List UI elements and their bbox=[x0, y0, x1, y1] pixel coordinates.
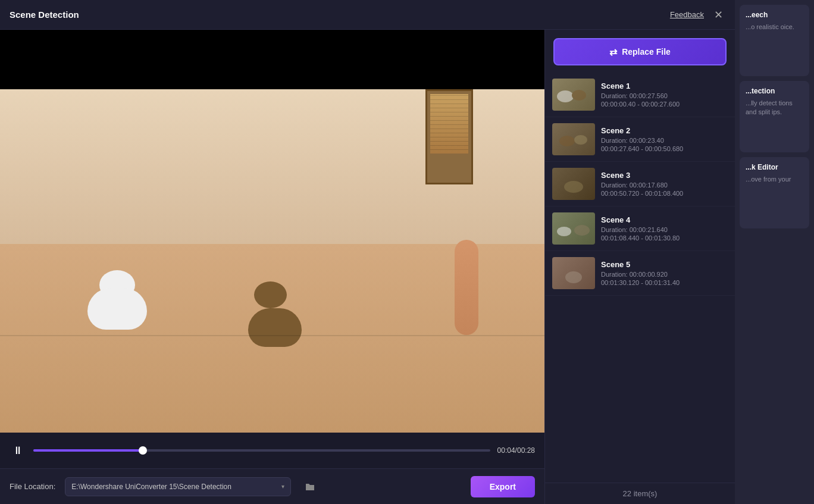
scene-duration-5: Duration: 00:00:00.920 bbox=[601, 271, 728, 278]
scene-timerange-2: 00:00:27.640 - 00:00:50.680 bbox=[601, 145, 728, 152]
dialog-title: Scene Detection bbox=[10, 10, 79, 20]
video-progress-thumb[interactable] bbox=[139, 446, 147, 455]
scene-timerange-5: 00:01:30.120 - 00:01:31.40 bbox=[601, 279, 728, 286]
video-door bbox=[425, 89, 473, 184]
scene-thumb-1 bbox=[552, 79, 595, 111]
export-button[interactable]: Export bbox=[471, 476, 535, 497]
video-area: ⏸ 00:04/00:28 File Location: E:\Wondersh… bbox=[0, 30, 544, 504]
right-card-editor-desc: ...ove from your bbox=[746, 175, 803, 184]
scene-name-1: Scene 1 bbox=[601, 82, 728, 90]
svg-point-11 bbox=[559, 136, 575, 146]
right-card-detection-title: ...tection bbox=[746, 87, 803, 95]
cat-brown-head bbox=[254, 281, 287, 308]
human-arm bbox=[443, 240, 490, 347]
scene-thumb-5 bbox=[552, 257, 595, 289]
scene-panel: ⇄ Replace File Scene 1 Duratio bbox=[544, 30, 735, 504]
scene-name-5: Scene 5 bbox=[601, 260, 728, 269]
dialog-footer: File Location: E:\Wondershare UniConvert… bbox=[0, 468, 544, 504]
scene-item-1[interactable]: Scene 1 Duration: 00:00:27.560 00:00:00.… bbox=[545, 73, 735, 117]
svg-point-16 bbox=[557, 227, 571, 236]
cat-brown bbox=[245, 281, 317, 347]
cat-white bbox=[82, 270, 165, 330]
file-path-select[interactable]: E:\Wondershare UniConverter 15\Scene Det… bbox=[65, 477, 291, 496]
video-black-top bbox=[0, 30, 544, 89]
video-shadow bbox=[0, 335, 544, 336]
scene-name-4: Scene 4 bbox=[601, 215, 728, 224]
cat-brown-body bbox=[248, 308, 302, 347]
scene-info-5: Scene 5 Duration: 00:00:00.920 00:01:30.… bbox=[601, 260, 728, 286]
time-display: 00:04/00:28 bbox=[497, 446, 535, 455]
dialog-header: Scene Detection Feedback ✕ bbox=[0, 0, 735, 30]
scene-thumb-2 bbox=[552, 123, 595, 155]
file-location-label: File Location: bbox=[10, 482, 55, 491]
replace-file-label: Replace File bbox=[622, 47, 671, 57]
dialog-body: ⏸ 00:04/00:28 File Location: E:\Wondersh… bbox=[0, 30, 735, 504]
svg-point-14 bbox=[564, 181, 583, 193]
right-card-detection: ...tection ...lly detect tions and split… bbox=[740, 81, 809, 152]
replace-icon: ⇄ bbox=[609, 46, 617, 58]
scene-duration-2: Duration: 00:00:23.40 bbox=[601, 137, 728, 144]
scene-name-3: Scene 3 bbox=[601, 171, 728, 180]
right-card-speech-title: ...eech bbox=[746, 11, 803, 19]
scene-item-3[interactable]: Scene 3 Duration: 00:00:17.680 00:00:50.… bbox=[545, 162, 735, 206]
right-card-detection-desc: ...lly detect tions and split ips. bbox=[746, 99, 803, 117]
dropdown-arrow-icon: ▾ bbox=[281, 483, 284, 490]
scene-item-5[interactable]: Scene 5 Duration: 00:00:00.920 00:01:30.… bbox=[545, 251, 735, 296]
feedback-link[interactable]: Feedback bbox=[670, 10, 704, 19]
right-card-speech: ...eech ...o realistic oice. bbox=[740, 5, 809, 76]
browse-folder-button[interactable] bbox=[300, 477, 320, 496]
video-door-blind bbox=[430, 94, 468, 154]
modal-overlay: Scene Detection Feedback ✕ bbox=[0, 0, 814, 504]
scene-info-2: Scene 2 Duration: 00:00:23.40 00:00:27.6… bbox=[601, 126, 728, 152]
scene-dialog: Scene Detection Feedback ✕ bbox=[0, 0, 735, 504]
scene-info-3: Scene 3 Duration: 00:00:17.680 00:00:50.… bbox=[601, 171, 728, 197]
replace-file-button[interactable]: ⇄ Replace File bbox=[553, 38, 727, 65]
dialog-header-right: Feedback ✕ bbox=[670, 8, 725, 22]
right-side-cards: ...eech ...o realistic oice. ...tection … bbox=[735, 0, 814, 504]
video-controls: ⏸ 00:04/00:28 bbox=[0, 433, 544, 468]
pause-button[interactable]: ⏸ bbox=[10, 442, 26, 459]
svg-point-17 bbox=[574, 225, 590, 236]
close-dialog-button[interactable]: ✕ bbox=[711, 8, 725, 22]
scene-item-4[interactable]: Scene 4 Duration: 00:00:21.640 00:01:08.… bbox=[545, 206, 735, 251]
video-scene bbox=[0, 89, 544, 433]
scene-thumb-3 bbox=[552, 168, 595, 200]
scene-item-2[interactable]: Scene 2 Duration: 00:00:23.40 00:00:27.6… bbox=[545, 117, 735, 162]
right-card-speech-desc: ...o realistic oice. bbox=[746, 23, 803, 32]
scene-info-1: Scene 1 Duration: 00:00:27.560 00:00:00.… bbox=[601, 82, 728, 108]
scene-timerange-4: 00:01:08.440 - 00:01:30.80 bbox=[601, 234, 728, 242]
arm-skin bbox=[455, 240, 478, 335]
scene-timerange-3: 00:00:50.720 - 00:01:08.400 bbox=[601, 190, 728, 197]
scene-count: 22 item(s) bbox=[545, 483, 735, 504]
scene-duration-3: Duration: 00:00:17.680 bbox=[601, 181, 728, 189]
scene-name-2: Scene 2 bbox=[601, 126, 728, 135]
scene-duration-4: Duration: 00:00:21.640 bbox=[601, 226, 728, 233]
video-frame[interactable] bbox=[0, 89, 544, 433]
scene-duration-1: Duration: 00:00:27.560 bbox=[601, 92, 728, 99]
right-card-editor-title: ...k Editor bbox=[746, 163, 803, 171]
svg-point-9 bbox=[572, 90, 586, 101]
svg-point-8 bbox=[557, 90, 574, 102]
scene-list[interactable]: Scene 1 Duration: 00:00:27.560 00:00:00.… bbox=[545, 70, 735, 483]
scene-timerange-1: 00:00:00.40 - 00:00:27.600 bbox=[601, 101, 728, 108]
file-path-text: E:\Wondershare UniConverter 15\Scene Det… bbox=[71, 483, 231, 491]
cat-white-body bbox=[87, 288, 147, 330]
video-progress-track[interactable] bbox=[33, 449, 490, 452]
right-card-editor: ...k Editor ...ove from your bbox=[740, 157, 809, 228]
svg-point-12 bbox=[574, 135, 587, 145]
svg-point-19 bbox=[565, 271, 582, 283]
video-progress-fill bbox=[33, 449, 143, 452]
scene-info-4: Scene 4 Duration: 00:00:21.640 00:01:08.… bbox=[601, 215, 728, 242]
scene-thumb-4 bbox=[552, 212, 595, 245]
